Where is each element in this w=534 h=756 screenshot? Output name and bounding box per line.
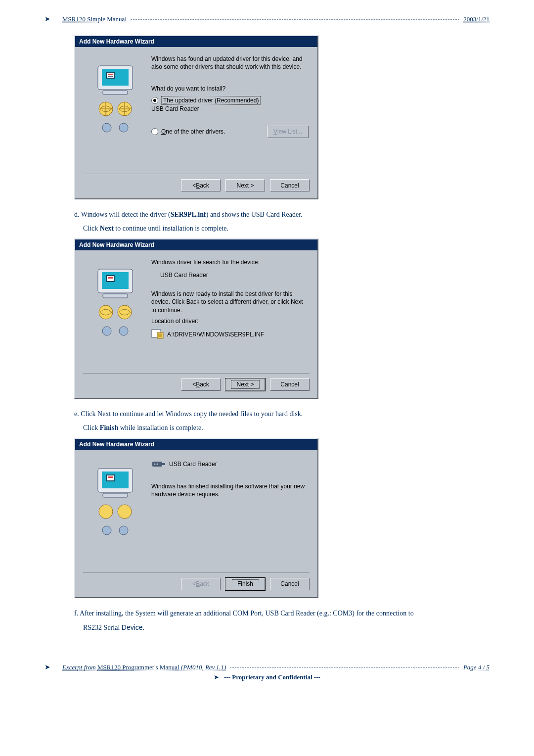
wizard-sidebar-graphic [84,258,146,369]
svg-point-17 [99,305,113,319]
svg-point-18 [118,305,132,319]
dialog-titlebar: Add New Hardware Wizard [75,239,317,250]
svg-rect-35 [162,463,165,465]
back-button[interactable]: < Back [181,179,221,191]
globe-icon [97,503,114,520]
dialog1-intro: Windows has found an updated driver for … [151,55,309,71]
svg-rect-4 [108,74,113,75]
wizard-dialog-2: Add New Hardware Wizard Windows driver f… [74,238,318,399]
page-header: ➤ MSR120 Simple Manual 2003/1/21 [44,15,490,23]
footer-page: Page 4 / 5 [463,663,490,671]
document-date: 2003/1/21 [463,15,490,23]
svg-point-10 [119,123,128,132]
monitor-icon [88,466,142,500]
globe-icon [97,304,114,321]
dialog-titlebar: Add New Hardware Wizard [75,439,317,450]
svg-point-32 [102,526,111,535]
driver-path: A:\DRIVER\WINDOWS\SER9PL.INF [167,331,264,338]
device-name-label: USB Card Reader [169,460,217,468]
next-button[interactable]: Next > [225,378,265,391]
back-button[interactable]: < Back [181,378,221,391]
bullet-arrow: ➤ [44,663,50,671]
device-row: USB Card Reader [151,458,309,471]
header-dashline [131,19,459,20]
step-f-cont: RS232 Serial Device. [83,622,490,633]
back-button: < Back [181,578,221,590]
dialog1-question: What do you want to install? [151,85,309,93]
footer-source: Excerpt from MSR120 Programmer's Manual … [62,663,226,671]
page-footer: ➤ Excerpt from MSR120 Programmer's Manua… [44,663,490,681]
dialog2-content: Windows driver file search for the devic… [146,258,309,369]
svg-point-37 [157,463,158,465]
radio-selected-icon [151,97,158,104]
wizard-dialog-1: Add New Hardware Wizard Windows has [74,35,318,199]
dialog3-finished: Windows has finished installing the soft… [151,482,309,498]
svg-rect-28 [108,476,113,478]
svg-rect-16 [103,294,128,298]
hardware-icon [151,458,166,471]
svg-rect-23 [158,333,162,337]
bullet-arrow: ➤ [214,673,219,681]
monitor-icon [88,266,142,301]
footer-dashline [230,667,459,668]
svg-point-31 [118,505,132,519]
monitor-icon [88,63,142,97]
globe-icon [116,324,131,338]
step-d-line2: Click Next to continue until installatio… [83,223,490,234]
svg-point-19 [102,327,111,335]
cancel-button[interactable]: Cancel [270,179,310,191]
globe-icon [116,120,131,135]
dialog2-ready: Windows is now ready to install the best… [151,290,309,314]
wizard-dialog-3: Add New Hardware Wizard [74,438,318,598]
finish-button[interactable]: Finish [225,578,265,590]
svg-point-30 [99,505,113,519]
svg-point-33 [119,526,128,535]
radio-recommended-label: The updated driver (Recommended) [161,96,261,105]
dialog2-intro: Windows driver file search for the devic… [151,258,309,266]
globe-icon [99,324,114,338]
next-button[interactable]: Next > [225,179,265,191]
svg-point-20 [119,327,128,335]
svg-rect-15 [108,277,113,279]
wizard-sidebar-graphic [84,458,146,568]
step-d-line1: d. Windows will detect the driver (SER9P… [74,209,490,220]
step-f: f. After installing, the System will gen… [74,608,470,619]
view-list-button: View List... [267,126,309,138]
footer-confidential: ➤ --- Proprietary and Confidential --- [44,673,490,681]
radio-other-label: One of the other drivers. [161,128,225,135]
svg-rect-6 [103,91,128,94]
driver-path-row: A:\DRIVER\WINDOWS\SER9PL.INF [151,328,309,341]
cancel-button[interactable]: Cancel [270,378,310,391]
dialog-titlebar: Add New Hardware Wizard [75,36,317,47]
wizard-sidebar-graphic [84,55,146,170]
svg-rect-5 [108,76,113,77]
globe-icon [116,503,133,520]
radio-other[interactable]: One of the other drivers. [151,128,225,135]
cancel-button[interactable]: Cancel [270,578,310,590]
device-name-label: USB Card Reader [151,105,309,113]
dialog1-content: Windows has found an updated driver for … [146,55,309,170]
globe-icon [99,120,114,135]
step-e-line1: e. Click Next to continue and let Window… [74,409,490,420]
svg-point-36 [154,463,156,465]
radio-unselected-icon [151,128,158,135]
globe-icon [116,100,133,117]
inf-file-icon [151,328,164,341]
radio-recommended[interactable]: The updated driver (Recommended) [151,96,309,105]
svg-rect-29 [103,493,128,497]
globe-icon [97,100,114,117]
document-title: MSR120 Simple Manual [62,15,127,23]
globe-icon [116,523,131,538]
globe-icon [99,523,114,538]
dialog3-content: USB Card Reader Windows has finished ins… [146,458,309,568]
location-label: Location of driver: [151,317,309,325]
svg-point-9 [102,123,111,132]
bullet-arrow: ➤ [44,15,50,23]
device-name-label: USB Card Reader [160,271,309,279]
globe-icon [116,304,133,321]
step-e-line2: Click Finish while installation is compl… [83,423,490,433]
